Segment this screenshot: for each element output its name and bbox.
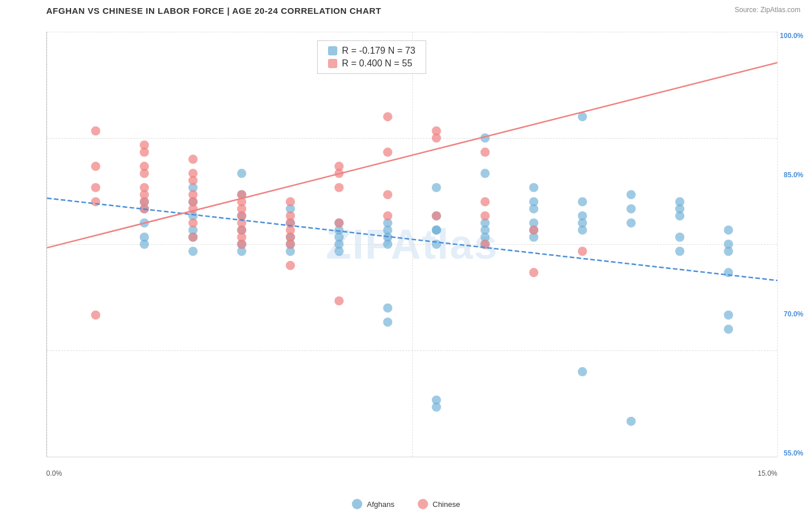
svg-point-61 [724, 247, 733, 256]
svg-point-68 [724, 311, 733, 320]
svg-line-128 [47, 198, 777, 283]
x-tick-15: 15.0% [758, 469, 777, 477]
source-label: Source: ZipAtlas.com [735, 6, 800, 14]
svg-point-95 [334, 183, 344, 192]
svg-point-115 [334, 218, 344, 227]
grid-line-v-100 [777, 32, 778, 457]
y-tick-100: 100.0% [780, 32, 803, 40]
grid-line-h-100 [47, 457, 777, 457]
svg-point-69 [724, 324, 733, 334]
svg-point-127 [286, 261, 295, 270]
svg-point-70 [675, 197, 684, 206]
svg-point-36 [529, 183, 538, 192]
svg-point-43 [334, 247, 344, 256]
svg-point-120 [334, 296, 344, 305]
svg-point-76 [188, 155, 198, 164]
svg-point-121 [91, 311, 100, 320]
svg-point-15 [140, 240, 149, 249]
svg-point-94 [286, 197, 295, 206]
svg-point-125 [481, 211, 490, 221]
svg-point-118 [529, 268, 538, 277]
svg-point-50 [578, 211, 587, 221]
y-tick-85: 85.0% [784, 171, 803, 179]
svg-point-106 [188, 218, 198, 227]
svg-point-54 [383, 318, 392, 327]
svg-point-98 [383, 112, 392, 121]
svg-point-123 [334, 162, 344, 171]
svg-point-82 [91, 183, 100, 192]
x-axis-labels: 0.0% 15.0% [46, 469, 777, 477]
svg-point-37 [578, 197, 587, 206]
chart-title: AFGHAN VS CHINESE IN LABOR FORCE | AGE 2… [46, 6, 800, 16]
svg-point-114 [286, 240, 295, 249]
svg-point-97 [383, 148, 392, 157]
x-tick-0: 0.0% [46, 469, 62, 477]
legend-item-afghans: Afghans [352, 499, 394, 509]
chart-svg [47, 32, 777, 457]
svg-point-79 [140, 169, 149, 178]
svg-point-63 [724, 225, 733, 234]
svg-point-51 [627, 218, 636, 227]
svg-point-64 [432, 225, 441, 234]
svg-point-62 [675, 247, 684, 256]
svg-point-87 [91, 197, 100, 206]
svg-line-129 [47, 57, 777, 248]
svg-point-49 [529, 197, 538, 206]
svg-point-119 [578, 247, 587, 256]
svg-point-57 [578, 367, 587, 376]
svg-point-101 [481, 148, 490, 157]
legend-dot-chinese [418, 499, 428, 509]
y-axis-labels: 100.0% 85.0% 70.0% 55.0% [780, 32, 803, 457]
svg-point-18 [188, 247, 198, 256]
svg-point-53 [383, 303, 392, 312]
svg-point-102 [432, 211, 441, 221]
svg-point-100 [432, 133, 441, 143]
svg-point-124 [383, 190, 392, 199]
legend-label-afghans: Afghans [367, 500, 394, 509]
chart-container: AFGHAN VS CHINESE IN LABOR FORCE | AGE 2… [0, 0, 812, 515]
legend-dot-afghans [352, 499, 362, 509]
svg-point-38 [627, 204, 636, 214]
svg-point-77 [91, 162, 100, 171]
svg-point-41 [383, 240, 392, 249]
svg-point-116 [383, 211, 392, 221]
svg-point-35 [481, 169, 490, 178]
legend-item-chinese: Chinese [418, 499, 460, 509]
svg-point-34 [432, 183, 441, 192]
svg-point-2 [237, 169, 247, 178]
svg-point-58 [627, 417, 636, 426]
svg-point-103 [481, 197, 490, 206]
y-tick-70: 70.0% [784, 310, 803, 318]
svg-point-56 [432, 402, 441, 412]
bottom-legend: Afghans Chinese [352, 499, 460, 509]
svg-point-52 [578, 225, 587, 234]
chart-area: ZIPAtlas R = -0.179 N = 73 R = 0.400 N =… [46, 32, 777, 457]
svg-point-59 [675, 233, 684, 242]
svg-point-71 [627, 190, 636, 199]
svg-point-126 [529, 225, 538, 234]
svg-point-111 [188, 233, 198, 242]
svg-point-122 [237, 240, 247, 249]
svg-point-73 [91, 126, 100, 136]
svg-point-81 [188, 176, 198, 185]
legend-label-chinese: Chinese [433, 500, 460, 509]
y-tick-55: 55.0% [784, 449, 803, 457]
svg-point-75 [140, 148, 149, 157]
